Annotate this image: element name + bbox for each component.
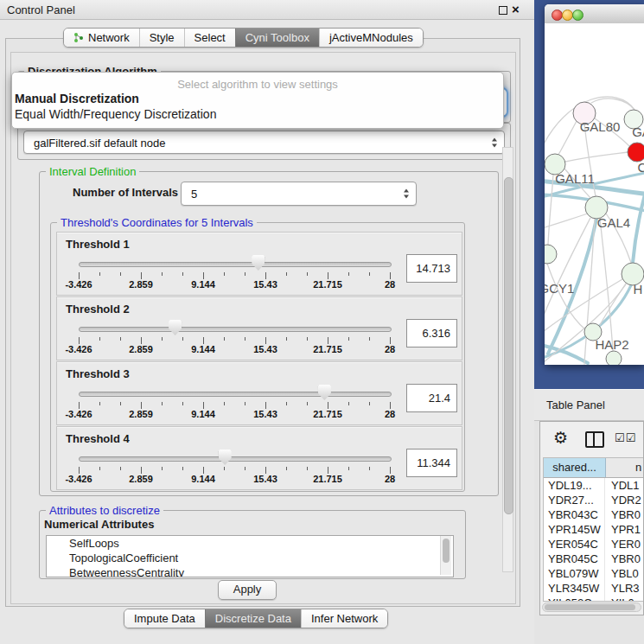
tab-jactivemnodules[interactable]: jActiveMNodules [319, 29, 423, 47]
table-cell[interactable]: YDL19... [544, 478, 605, 493]
table-horizontal-scrollbar[interactable] [542, 603, 641, 612]
network-node-node[interactable] [606, 351, 622, 365]
thresholds-group-title: Threshold's Coordinates for 5 Intervals [57, 216, 257, 229]
slider-thumb[interactable] [219, 450, 232, 465]
node-table: shared...n YDL19...YDL1YDR27...YDR2YBR04… [543, 457, 644, 602]
threshold-value-field[interactable]: 21.4 [406, 384, 457, 412]
table-cell[interactable]: YIL052C [544, 596, 605, 602]
network-node-c-red[interactable] [628, 143, 644, 162]
slider-track[interactable] [79, 456, 392, 462]
tab-label: Network [88, 31, 130, 44]
table-cell[interactable]: YBR0 [605, 507, 644, 522]
table-row[interactable]: YDR27...YDR2 [544, 493, 644, 507]
slider-tick [245, 467, 245, 470]
apply-button[interactable]: Apply [218, 580, 277, 600]
threshold-panel: Threshold 4-3.4262.8599.14415.4321.71528… [56, 426, 462, 490]
table-cell[interactable]: YER054C [544, 537, 605, 552]
threshold-value-field[interactable]: 11.344 [406, 449, 457, 477]
attribute-item[interactable]: SelfLoops [47, 536, 453, 551]
network-edge [558, 121, 577, 155]
panel-vertical-scrollbar[interactable] [502, 147, 513, 572]
tab-impute-data[interactable]: Impute Data [124, 609, 205, 628]
scrollbar-thumb[interactable] [443, 539, 450, 563]
network-edge [591, 99, 634, 110]
slider-scale-label: 2.859 [129, 344, 153, 354]
table-cell[interactable]: YDR2 [605, 493, 644, 507]
tab-infer-network[interactable]: Infer Network [301, 609, 387, 628]
checkboxes-icon[interactable]: ☑☑ [615, 430, 636, 446]
slider-tick [203, 272, 204, 279]
attributes-list-scrollbar[interactable] [440, 536, 451, 575]
zoom-traffic-light-icon[interactable] [572, 10, 583, 21]
slider-scale-label: 21.715 [313, 474, 342, 484]
threshold-value-field[interactable]: 6.316 [406, 319, 457, 348]
attribute-item[interactable]: BetweennessCentrality [47, 565, 453, 577]
table-row[interactable]: YER054CYER0 [544, 537, 644, 552]
slider-track[interactable] [79, 262, 392, 267]
table-cell[interactable]: YBL0 [605, 566, 644, 581]
table-row[interactable]: YBR043CYBR0 [544, 507, 644, 522]
slider-thumb[interactable] [169, 320, 182, 335]
split-columns-icon[interactable] [585, 431, 604, 448]
slider-tick [328, 337, 328, 344]
tab-network[interactable]: Network [64, 29, 139, 47]
network-canvas[interactable]: GAL80GACGAL11GAL4GCY1HHAP2 [545, 23, 644, 365]
table-row[interactable]: YLR345WYLR3 [544, 581, 644, 596]
tab-select[interactable]: Select [184, 29, 235, 47]
table-data-select[interactable]: galFiltered.sif default node [23, 131, 505, 154]
algorithm-option[interactable]: Equal Width/Frequency Discretization [15, 107, 216, 121]
network-window-titlebar[interactable] [545, 4, 644, 24]
slider-scale-label: 9.144 [191, 409, 215, 419]
table-cell[interactable]: YIL0 [605, 596, 644, 602]
threshold-label: Threshold 4 [66, 432, 130, 445]
slider-thumb[interactable] [252, 255, 265, 271]
node-label: GAL4 [597, 215, 630, 230]
slider-scale-label: -3.426 [65, 344, 92, 354]
table-cell[interactable]: YLR345W [544, 581, 605, 596]
close-icon[interactable]: × [512, 2, 520, 16]
slider-tick [265, 467, 266, 474]
scrollbar-thumb[interactable] [545, 604, 635, 610]
tab-cyni-toolbox[interactable]: Cyni Toolbox [235, 29, 319, 47]
float-window-icon[interactable] [499, 6, 507, 15]
slider-track[interactable] [79, 327, 392, 332]
slider-tick [203, 467, 204, 474]
slider-tick [390, 467, 391, 474]
column-header[interactable]: n [606, 458, 644, 477]
number-of-intervals-select[interactable]: 5 [181, 182, 417, 206]
table-row[interactable]: YBL079WYBL0 [544, 566, 644, 581]
slider-tick [307, 272, 308, 276]
slider-thumb[interactable] [318, 385, 331, 400]
table-cell[interactable]: YBL079W [544, 566, 605, 581]
table-row[interactable]: YBR045CYBR0 [544, 552, 644, 566]
table-cell[interactable]: YLR3 [605, 581, 644, 596]
table-cell[interactable]: YBR045C [544, 552, 605, 566]
numerical-attributes-list: SelfLoopsTopologicalCoefficientBetweenne… [46, 535, 454, 577]
table-cell[interactable]: YPR1 [605, 522, 644, 537]
slider-tick [307, 402, 308, 405]
slider-scale-label: 15.43 [253, 409, 277, 419]
table-cell[interactable]: YBR043C [544, 507, 605, 522]
table-cell[interactable]: YDL1 [605, 478, 644, 493]
table-cell[interactable]: YER0 [605, 537, 644, 552]
algorithm-popup: Select algorithm to view settings Manual… [11, 72, 504, 129]
tab-discretize-data[interactable]: Discretize Data [205, 609, 301, 628]
threshold-value-field[interactable]: 14.713 [406, 254, 457, 283]
attribute-item[interactable]: TopologicalCoefficient [47, 551, 453, 565]
slider-track[interactable] [79, 392, 392, 397]
slider-tick [307, 467, 308, 470]
slider-tick [348, 402, 349, 405]
table-cell[interactable]: YDR27... [544, 493, 605, 507]
table-cell[interactable]: YPR145W [544, 522, 605, 537]
scrollbar-thumb[interactable] [504, 177, 513, 514]
gear-icon[interactable]: ⚙ [553, 430, 568, 446]
column-header-selected[interactable]: shared... [544, 458, 606, 477]
network-node-gcy1[interactable] [545, 245, 557, 264]
algorithm-option[interactable]: Manual Discretization [15, 92, 139, 105]
table-row[interactable]: YIL052CYIL0 [544, 596, 644, 602]
slider-tick [99, 337, 100, 341]
table-row[interactable]: YDL19...YDL1 [544, 478, 644, 493]
table-cell[interactable]: YBR0 [605, 552, 644, 566]
tab-style[interactable]: Style [139, 29, 184, 47]
table-row[interactable]: YPR145WYPR1 [544, 522, 644, 537]
